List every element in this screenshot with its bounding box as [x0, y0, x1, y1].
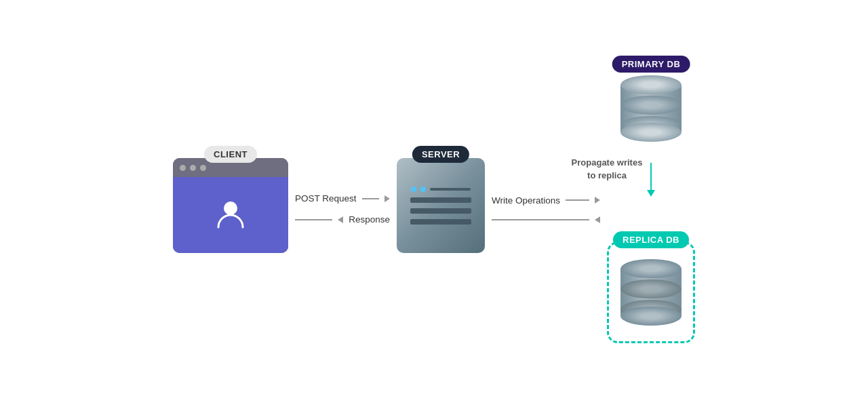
- right-section: PRIMARY DB: [607, 68, 695, 343]
- server-lights: [411, 187, 471, 192]
- browser-dot-3: [200, 165, 206, 171]
- response-label: Response: [349, 214, 390, 225]
- primary-db-badge: PRIMARY DB: [612, 56, 690, 73]
- client-browser: CLIENT: [173, 158, 288, 253]
- server-bar-1: [430, 188, 471, 191]
- replica-db-section: REPLICA DB: [607, 241, 695, 343]
- server-slot-2: [410, 208, 471, 214]
- server-slot-1: [410, 197, 471, 203]
- svg-point-2: [620, 75, 682, 94]
- propagate-container: Propagate writesto replica: [647, 159, 655, 201]
- db-response-line: [492, 219, 589, 220]
- propagate-label: Propagate writesto replica: [572, 157, 643, 180]
- post-request-arrowhead: [384, 195, 390, 202]
- replica-db-svg: [617, 252, 685, 333]
- main-row: CLIENT P: [173, 68, 695, 343]
- server-box: SERVER: [397, 158, 485, 253]
- client-server-arrows: POST Request Response: [288, 193, 397, 225]
- replica-db-badge: REPLICA DB: [613, 231, 689, 248]
- browser-dot-2: [190, 165, 196, 171]
- response-line: [295, 219, 332, 220]
- server-led-1: [411, 187, 416, 192]
- primary-db-wrapper: PRIMARY DB: [617, 68, 685, 152]
- write-ops-label: Write Operations: [492, 195, 560, 206]
- client-column: CLIENT: [173, 158, 288, 253]
- replica-wrapper: REPLICA DB: [607, 241, 695, 343]
- svg-point-0: [224, 201, 237, 215]
- server-led-2: [420, 187, 426, 192]
- svg-point-7: [620, 259, 682, 278]
- db-response-arrowhead: [595, 216, 600, 223]
- server-unit: [397, 158, 485, 253]
- server-badge: SERVER: [412, 146, 469, 163]
- write-ops-line: [566, 199, 589, 201]
- db-response-arrow-row: [492, 216, 600, 223]
- server-db-arrows: Write Operations: [485, 195, 607, 223]
- client-badge: CLIENT: [204, 146, 257, 163]
- write-ops-arrowhead: [595, 197, 600, 204]
- diagram-container: CLIENT P: [0, 0, 868, 407]
- browser-body: [173, 177, 288, 253]
- user-icon: [213, 196, 248, 234]
- server-column: SERVER: [397, 158, 485, 253]
- svg-point-8: [620, 279, 682, 298]
- post-request-line: [362, 198, 379, 199]
- response-arrowhead: [338, 216, 343, 223]
- propagate-arrowhead: [647, 190, 655, 197]
- write-ops-arrow-row: Write Operations: [492, 195, 600, 206]
- browser-dot-1: [180, 165, 186, 171]
- svg-point-10: [620, 307, 682, 326]
- server-slot-3: [410, 219, 471, 225]
- primary-db-svg: [617, 68, 685, 149]
- svg-point-5: [620, 123, 682, 142]
- post-request-label: POST Request: [295, 193, 357, 204]
- svg-point-3: [620, 96, 682, 115]
- post-request-arrow-row: POST Request: [295, 193, 390, 204]
- response-arrow-row: Response: [295, 214, 390, 225]
